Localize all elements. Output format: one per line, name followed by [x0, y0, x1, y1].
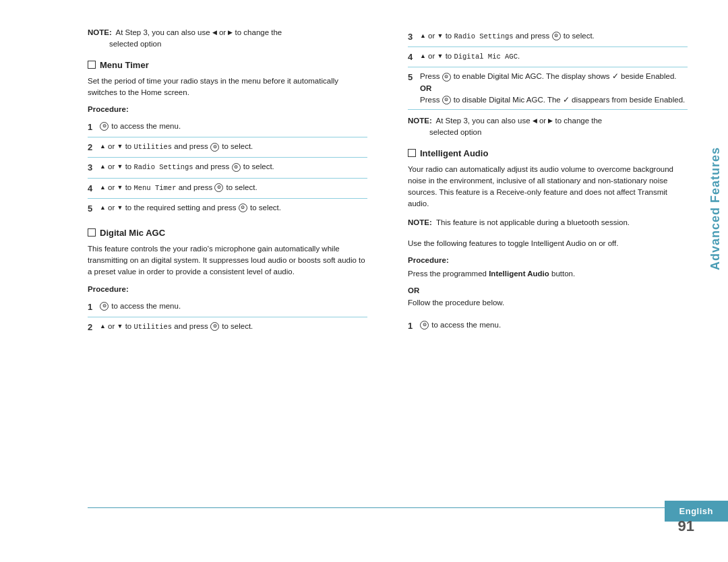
- press-programmed-text: Press the programmed Intelligent Audio b…: [408, 268, 688, 280]
- procedure-label-1: Procedure:: [88, 105, 367, 113]
- intelligent-audio-steps: 1 ⊙ to access the menu.: [408, 316, 688, 336]
- digital-mic-title: Digital Mic AGC: [100, 228, 165, 238]
- arrow-up-icon: ▲: [100, 323, 106, 330]
- step-item: 4 ▲ or ▼ to Menu Timer and press ⊙ to se…: [88, 179, 367, 199]
- arrow-left-icon: ◀: [212, 29, 217, 36]
- step-item: 3 ▲ or ▼ to Radio Settings and press ⊙ t…: [88, 158, 367, 178]
- step-item: 4 ▲ or ▼ to Digital Mic AGC.: [408, 47, 688, 67]
- arrow-down-icon: ▼: [117, 204, 123, 211]
- intelligent-audio-section: Intelligent Audio Your radio can automat…: [408, 148, 688, 336]
- menu-timer-code: Menu Timer: [133, 184, 176, 192]
- arrow-down-icon: ▼: [117, 184, 123, 191]
- select-icon: ⊙: [210, 143, 219, 152]
- select-icon: ⊙: [239, 204, 247, 212]
- menu-button-icon: ⊙: [100, 122, 109, 131]
- step-item: 1 ⊙ to access the menu.: [408, 316, 688, 336]
- step-item: 1 ⊙ to access the menu.: [88, 297, 367, 317]
- page-container: Advanced Features English NOTE: At Step …: [0, 0, 728, 562]
- arrow-right-icon: ▶: [228, 29, 233, 36]
- use-following-text: Use the following features to toggle Int…: [408, 238, 688, 249]
- utilities-code: Utilities: [133, 143, 172, 151]
- sidebar-label: Advanced Features: [708, 147, 723, 270]
- bluetooth-note-text: This feature is not applicable during a …: [436, 218, 630, 226]
- arrow-up-icon: ▲: [100, 164, 106, 170]
- note-top: NOTE: At Step 3, you can also use ◀ or ▶…: [88, 27, 367, 51]
- bluetooth-note: NOTE: This feature is not applicable dur…: [408, 217, 688, 228]
- digital-mic-desc: This feature controls the your radio's m…: [88, 243, 367, 278]
- arrow-left-icon: ◀: [533, 117, 537, 124]
- arrow-up-icon: ▲: [420, 53, 426, 59]
- sidebar-tab: Advanced Features: [702, 0, 728, 418]
- intelligent-audio-heading: Intelligent Audio: [408, 148, 688, 158]
- note-label: NOTE:: [88, 28, 112, 36]
- step-item: 5 ▲ or ▼ to the required setting and pre…: [88, 199, 367, 218]
- digital-mic-heading: Digital Mic AGC: [88, 228, 367, 238]
- or-line: OR: [408, 286, 688, 294]
- note-label-3: NOTE:: [408, 218, 432, 226]
- arrow-up-icon: ▲: [420, 32, 426, 39]
- arrow-down-icon: ▼: [437, 32, 444, 39]
- procedure-label-3: Procedure:: [408, 256, 688, 264]
- arrow-up-icon: ▲: [100, 143, 106, 150]
- digital-mic-code: Digital Mic AGC: [454, 53, 518, 61]
- select-icon: ⊙: [232, 163, 241, 172]
- step-item: 2 ▲ or ▼ to Utilities and press ⊙ to sel…: [88, 137, 367, 158]
- arrow-up-icon: ▲: [100, 184, 106, 191]
- procedure-label-2: Procedure:: [88, 285, 367, 293]
- arrow-down-icon: ▼: [117, 143, 123, 150]
- menu-button-icon: ⊙: [100, 302, 109, 311]
- select-icon: ⊙: [210, 322, 219, 331]
- page-number: 91: [678, 518, 694, 535]
- radio-settings-code: Radio Settings: [454, 32, 513, 40]
- step-item: 3 ▲ or ▼ to Radio Settings and press ⊙ t…: [408, 27, 688, 47]
- step-item: 5 Press ⊙ to enable Digital Mic AGC. The…: [408, 67, 688, 110]
- step-item: 2 ▲ or ▼ to Utilities and press ⊙ to sel…: [88, 317, 367, 337]
- menu-button-icon: ⊙: [420, 321, 429, 330]
- arrow-down-icon: ▼: [117, 164, 123, 170]
- digital-mic-right-steps: 3 ▲ or ▼ to Radio Settings and press ⊙ t…: [408, 27, 688, 110]
- note-mid: NOTE: At Step 3, you can also use ◀ or ▶…: [408, 115, 688, 139]
- utilities-code: Utilities: [133, 323, 172, 331]
- arrow-down-icon: ▼: [437, 53, 444, 59]
- bottom-rule: [88, 507, 700, 509]
- follow-procedure-text: Follow the procedure below.: [408, 297, 688, 309]
- intelligent-audio-icon: [408, 149, 416, 157]
- or-label: OR: [420, 84, 431, 92]
- intelligent-audio-title: Intelligent Audio: [420, 148, 488, 158]
- intelligent-audio-bold: Intelligent Audio: [489, 270, 549, 278]
- english-badge: English: [665, 501, 728, 522]
- menu-timer-section: Menu Timer Set the period of time your r…: [88, 60, 367, 218]
- menu-timer-title: Menu Timer: [100, 60, 149, 70]
- arrow-right-icon: ▶: [548, 117, 553, 124]
- menu-timer-icon: [88, 61, 96, 69]
- digital-mic-icon: [88, 228, 96, 237]
- digital-mic-steps: 1 ⊙ to access the menu. 2 ▲ or ▼ to Util…: [88, 297, 367, 337]
- menu-timer-heading: Menu Timer: [88, 60, 367, 70]
- select-icon: ⊙: [214, 183, 223, 192]
- step-item: 1 ⊙ to access the menu.: [88, 117, 367, 137]
- left-column: NOTE: At Step 3, you can also use ◀ or ▶…: [88, 27, 374, 535]
- content-area: NOTE: At Step 3, you can also use ◀ or ▶…: [88, 27, 688, 535]
- digital-mic-steps-right: 3 ▲ or ▼ to Radio Settings and press ⊙ t…: [408, 27, 688, 110]
- note-label-2: NOTE:: [408, 117, 432, 125]
- right-column: 3 ▲ or ▼ to Radio Settings and press ⊙ t…: [401, 27, 688, 535]
- digital-mic-section: Digital Mic AGC This feature controls th…: [88, 228, 367, 337]
- radio-settings-code: Radio Settings: [133, 163, 193, 171]
- menu-timer-desc: Set the period of time your radio stays …: [88, 75, 367, 99]
- select-icon: ⊙: [442, 96, 451, 104]
- arrow-up-icon: ▲: [100, 204, 106, 211]
- select-icon: ⊙: [442, 73, 451, 82]
- arrow-down-icon: ▼: [117, 323, 123, 330]
- menu-timer-steps: 1 ⊙ to access the menu. 2 ▲ or ▼ to Util…: [88, 117, 367, 218]
- select-icon: ⊙: [552, 32, 561, 40]
- intelligent-audio-desc: Your radio can automatically adjust its …: [408, 164, 688, 210]
